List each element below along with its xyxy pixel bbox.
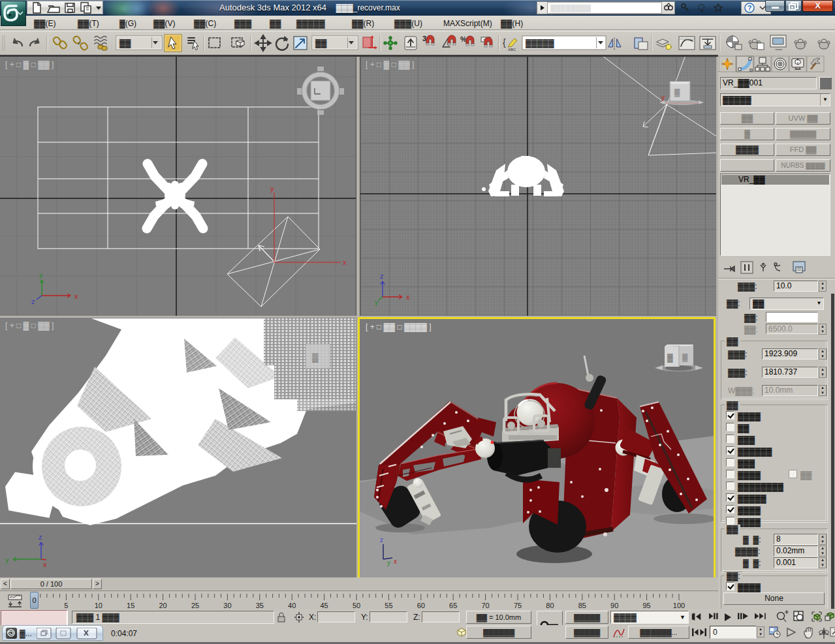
svg-text:▓: ▓	[312, 352, 319, 363]
svg-text:y: y	[39, 271, 43, 279]
svg-text:x: x	[343, 258, 347, 266]
svg-text:y: y	[375, 298, 379, 306]
svg-text:[ + □ ▓ □ ▓▓ ]: [ + □ ▓ □ ▓▓ ]	[5, 321, 54, 331]
svg-text:z: z	[380, 536, 383, 544]
svg-text:95: 95	[642, 602, 650, 609]
svg-text:75: 75	[514, 602, 522, 609]
svg-text:▓▓: ▓▓	[315, 38, 327, 48]
svg-text:%: %	[460, 35, 467, 43]
svg-text:x: x	[43, 560, 47, 568]
svg-text:x: x	[394, 558, 397, 565]
svg-text:y: y	[661, 94, 665, 101]
svg-text:▓: ▓	[674, 88, 680, 97]
svg-text:y: y	[270, 185, 274, 192]
svg-text:y: y	[387, 559, 390, 566]
svg-text:▓: ▓	[667, 353, 673, 363]
svg-text:60: 60	[417, 602, 425, 609]
svg-text:20: 20	[159, 602, 166, 609]
svg-text:70: 70	[481, 602, 489, 609]
svg-text:z: z	[380, 272, 384, 280]
svg-text:ABC: ABC	[508, 48, 516, 52]
svg-text:z: z	[39, 533, 42, 541]
svg-text:x: x	[406, 293, 410, 301]
svg-text:[ + □ ▓▓ □ ▓▓▓▓ ]: [ + □ ▓▓ □ ▓▓▓▓ ]	[366, 322, 432, 332]
svg-text:[ + □ ▓ □ ▓▓ ]: [ + □ ▓ □ ▓▓ ]	[5, 60, 54, 70]
svg-text:40: 40	[288, 602, 296, 609]
svg-text:▓: ▓	[682, 353, 688, 362]
svg-text:y: y	[5, 556, 9, 564]
svg-text:15: 15	[127, 602, 134, 609]
svg-text:50: 50	[353, 602, 360, 609]
svg-text:3: 3	[422, 35, 426, 42]
svg-text:?: ?	[748, 4, 752, 12]
svg-text:80: 80	[546, 602, 554, 609]
svg-text:65: 65	[449, 602, 457, 609]
svg-text:25: 25	[191, 602, 199, 609]
svg-text:10: 10	[95, 602, 102, 609]
svg-text:▓▓▓▓▓: ▓▓▓▓▓	[526, 38, 554, 48]
svg-text:{: {	[503, 37, 506, 48]
svg-text:85: 85	[578, 602, 586, 609]
svg-text:100: 100	[673, 602, 685, 609]
svg-text:55: 55	[385, 602, 392, 609]
svg-text:z: z	[31, 298, 35, 305]
svg-text:90: 90	[610, 602, 618, 609]
svg-text:35: 35	[256, 602, 264, 609]
svg-text:x: x	[74, 292, 78, 300]
svg-text:5: 5	[64, 602, 68, 609]
svg-text:▓▓: ▓▓	[119, 38, 131, 48]
svg-text:[ + □ ▓ □ ▓▓ ]: [ + □ ▓ □ ▓▓ ]	[366, 60, 414, 70]
svg-text:30: 30	[223, 602, 231, 609]
svg-text:45: 45	[320, 602, 328, 609]
